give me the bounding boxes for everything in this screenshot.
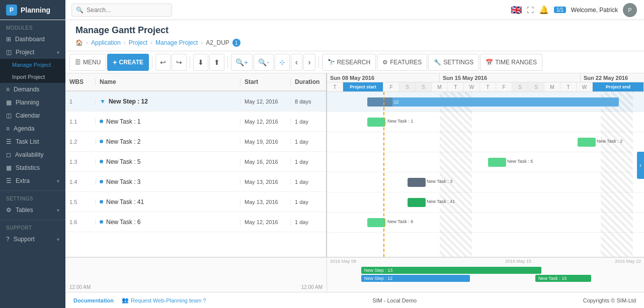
table-row: 1 ▼ New Step : 12 May 12, 2016 8 days <box>65 91 326 112</box>
sidebar-item-tables[interactable]: ⚙ Tables ▾ <box>0 203 65 217</box>
menu-icon: ☰ <box>75 58 81 66</box>
tables-icon: ⚙ <box>6 207 12 214</box>
sidebar-item-extra[interactable]: ☰ Extra ▾ <box>0 174 65 187</box>
zoom-in-button[interactable]: 🔍+ <box>231 54 253 71</box>
sidebar-item-tasklist[interactable]: ☰ Task List <box>0 135 65 148</box>
request-link[interactable]: 👥 Request Web-Planning team ? <box>122 297 206 303</box>
research-button[interactable]: 🔭 RESEARCH <box>322 54 376 71</box>
user-badge: 1/1 <box>554 7 566 13</box>
day-S4: S <box>528 82 544 91</box>
calendar-icon: ◫ <box>6 112 12 119</box>
breadcrumb-manage-project[interactable]: Manage Project <box>155 39 198 46</box>
chevron-down-icon: ▾ <box>57 50 59 55</box>
breadcrumb-home-icon[interactable]: 🏠 <box>75 39 83 46</box>
week-header-2: Sun 15 May 2016 <box>440 73 581 82</box>
notification-icon[interactable]: 🔔 <box>539 5 549 15</box>
sidebar-item-calendar[interactable]: ◫ Calendar <box>0 109 65 122</box>
day-T4: T <box>560 82 577 91</box>
expand-panel-toggle[interactable]: › <box>637 152 644 179</box>
menu-button[interactable]: ☰ MENU <box>69 54 106 71</box>
sidebar-item-dashboard[interactable]: ⊞ Dashboard <box>0 33 65 46</box>
toolbar: ☰ MENU + CREATE ↩ ↪ ⬇ ⬆ 🔍+ 🔍- ⊹ ‹ › <box>65 51 644 73</box>
features-button[interactable]: ⚙ FEATURES <box>377 54 427 71</box>
sidebar-item-availability[interactable]: ◻ Availability <box>0 148 65 161</box>
fit-button[interactable]: ⊹ <box>275 54 290 71</box>
bullet-icon <box>100 120 103 123</box>
dashboard-icon: ⊞ <box>6 36 11 43</box>
extra-icon: ☰ <box>6 177 12 184</box>
search-input[interactable] <box>87 7 168 14</box>
extra-chevron-icon: ▾ <box>57 178 59 184</box>
doc-link[interactable]: Documentation <box>73 297 114 303</box>
gantt-table-body: 1 ▼ New Step : 12 May 12, 2016 8 days <box>65 91 326 257</box>
mini-date-3: 2016 May 22 <box>615 259 641 264</box>
fullscreen-icon[interactable]: ⛶ <box>527 6 534 14</box>
redo-button[interactable]: ↪ <box>172 54 187 71</box>
day-T: T <box>327 82 343 91</box>
logo-icon: P <box>6 5 17 16</box>
sidebar-section-support: Support <box>0 223 65 233</box>
prev-button[interactable]: ‹ <box>291 54 302 71</box>
table-row: 1.5 New Task : 41 May 13, 2016 1 day <box>65 192 326 212</box>
mini-bar-step13: New Step : 13 <box>361 267 541 274</box>
gantt-bar-row1-3 <box>488 158 506 167</box>
day-W2: W <box>577 82 593 91</box>
sidebar-item-demands[interactable]: ≡ Demands <box>0 83 65 96</box>
next-button[interactable]: › <box>303 54 315 71</box>
expand-button[interactable]: ⬇ <box>193 54 208 71</box>
statistics-icon: ▦ <box>6 164 12 171</box>
table-row: 1.4 New Task : 3 May 13, 2016 1 day <box>65 172 326 192</box>
search-box[interactable]: 🔍 <box>71 4 172 17</box>
research-label: RESEARCH <box>337 59 371 66</box>
table-row: 1.2 New Task : 2 May 19, 2016 1 day <box>65 132 326 152</box>
breadcrumb-sep2: › <box>124 39 126 46</box>
welcome-text: Welcome, Patrick <box>571 7 618 14</box>
avatar: P <box>623 3 637 17</box>
gantt-bar-row1-2 <box>578 138 596 147</box>
gantt-table-header: WBS Name Start Duration <box>65 73 326 91</box>
sidebar-item-project[interactable]: ◫ Project ▾ <box>0 46 65 59</box>
timeranges-button[interactable]: 📅 TIME RANGES <box>480 54 542 71</box>
day-T3: T <box>480 82 496 91</box>
sidebar-item-support[interactable]: ? Support ▾ <box>0 233 65 246</box>
day-project-end: Project end <box>593 82 644 91</box>
sidebar-item-manage-project[interactable]: Manage Project <box>0 59 65 71</box>
sidebar-item-import-project[interactable]: Inport Project <box>0 71 65 83</box>
sidebar-sub-project: Manage Project Inport Project <box>0 59 65 83</box>
gantt-table: WBS Name Start Duration 1 ▼ <box>65 73 327 257</box>
week-header-1: Sun 08 May 2016 <box>327 73 440 82</box>
settings-button[interactable]: 🔧 SETTINGS <box>428 54 479 71</box>
name-header: Name <box>96 78 240 85</box>
mini-time-right: 12:00 AM <box>301 284 323 290</box>
breadcrumb-sep4: › <box>201 39 203 46</box>
agenda-icon: ≡ <box>6 125 10 132</box>
day-W: W <box>464 82 480 91</box>
bullet-icon <box>100 200 103 203</box>
undo-button[interactable]: ↩ <box>155 54 171 71</box>
collapse-button[interactable]: ⬆ <box>209 54 224 71</box>
gantt-bar-row1-dark <box>367 97 392 107</box>
table-row: 1.1 New Task : 1 May 12, 2016 1 day <box>65 112 326 132</box>
project-icon: ◫ <box>6 49 12 56</box>
request-icon: 👥 <box>122 297 129 303</box>
zoom-out-button[interactable]: 🔍- <box>254 54 274 71</box>
sidebar-item-statistics[interactable]: ▦ Statistics <box>0 161 65 174</box>
tables-chevron-icon: ▾ <box>57 208 59 213</box>
gantt-bar-row1: New Step : 12 <box>367 97 619 107</box>
gantt-bar-row1-4 <box>408 178 426 187</box>
breadcrumb-project[interactable]: Project <box>129 39 147 46</box>
day-F: F <box>383 82 399 91</box>
flag-icon: 🇬🇧 <box>511 5 522 16</box>
day-M: M <box>432 82 448 91</box>
day-project-start: Project start <box>343 82 383 91</box>
sidebar-item-planning[interactable]: ▦ Planning <box>0 96 65 109</box>
menu-label: MENU <box>83 59 101 66</box>
sidebar-item-agenda[interactable]: ≡ Agenda <box>0 122 65 135</box>
bullet-icon <box>100 160 103 163</box>
gantt-bar-row1-1 <box>367 118 385 127</box>
breadcrumb-application[interactable]: Application <box>91 39 121 46</box>
mini-date-1: 2016 May 08 <box>330 259 356 264</box>
day-M2: M <box>544 82 560 91</box>
settings-label: SETTINGS <box>443 59 473 66</box>
create-button[interactable]: + CREATE <box>107 54 149 71</box>
